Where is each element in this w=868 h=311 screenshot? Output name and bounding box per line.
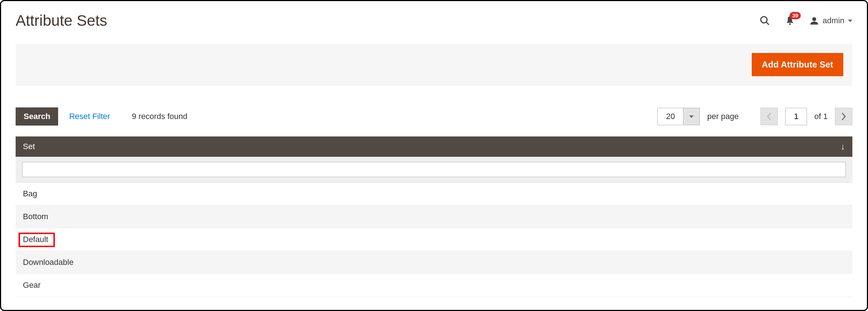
grid-toolbar: Search Reset Filter 9 records found 20 p… [16,107,852,126]
chevron-down-icon [848,20,852,22]
notification-badge: 39 [790,12,801,19]
svg-point-2 [789,23,791,25]
table-row[interactable]: Gear [16,274,852,297]
search-button[interactable]: Search [16,107,58,126]
page-size-select[interactable]: 20 [657,108,700,125]
sort-arrow-icon[interactable]: ↓ [841,142,845,152]
svg-line-1 [766,22,769,25]
page-number-input[interactable] [785,108,807,125]
table-row[interactable]: Downloadable [16,251,852,274]
header-actions: 39 admin [759,15,852,26]
grid-filter-row [16,157,852,183]
user-icon [810,16,819,25]
action-bar: Add Attribute Set [16,44,852,86]
table-row[interactable]: Bottom [16,205,852,228]
user-menu[interactable]: admin [810,16,852,25]
add-attribute-set-button[interactable]: Add Attribute Set [752,53,843,76]
highlight-annotation: Default [19,233,55,247]
grid-body: BagBottomDefaultDownloadableGear [16,183,852,297]
svg-point-0 [761,17,767,23]
search-icon[interactable] [759,15,770,26]
toolbar-left: Search Reset Filter 9 records found [16,107,187,126]
chevron-down-icon[interactable] [683,108,699,125]
grid-header[interactable]: Set ↓ [16,136,852,157]
attribute-set-grid: Set ↓ BagBottomDefaultDownloadableGear [16,136,852,297]
page-title: Attribute Sets [16,12,107,29]
user-label: admin [823,16,844,25]
toolbar-right: 20 per page of 1 [657,108,852,125]
table-row[interactable]: Bag [16,183,852,205]
pager-prev-button[interactable] [760,108,778,125]
column-header-set: Set [23,142,35,151]
svg-point-3 [812,17,816,21]
set-filter-input[interactable] [22,162,846,177]
reset-filter-link[interactable]: Reset Filter [69,112,110,121]
records-found-label: 9 records found [132,112,187,121]
pager-next-button[interactable] [835,108,852,125]
per-page-label: per page [707,112,739,121]
page-size-value: 20 [658,108,683,125]
page-header: Attribute Sets 39 admin [16,12,852,29]
notifications-button[interactable]: 39 [785,16,795,26]
page-of-label: of 1 [814,112,828,121]
table-row[interactable]: Default [16,228,852,251]
